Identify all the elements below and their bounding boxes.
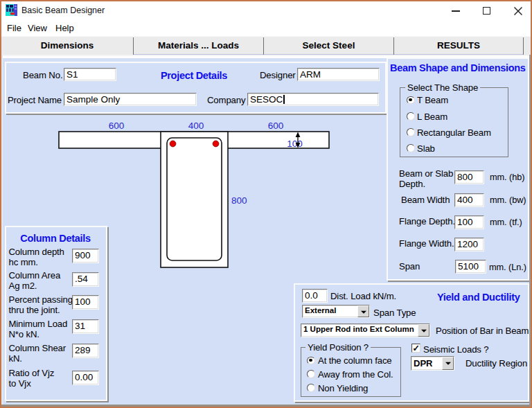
project-name-input[interactable]: Sample Only bbox=[64, 93, 197, 106]
column-area-input[interactable]: .54 bbox=[72, 272, 99, 287]
tab-dimensions[interactable]: Dimensions bbox=[1, 37, 133, 55]
seismic-loads-checkbox[interactable] bbox=[411, 344, 420, 353]
radio-at-column-face[interactable] bbox=[307, 357, 315, 365]
yield-ductility-title: Yield and Ductility bbox=[437, 292, 520, 303]
dropdown-arrow-icon[interactable] bbox=[357, 305, 369, 317]
tab-select-steel[interactable]: Select Steel bbox=[264, 37, 393, 55]
column-details-title: Column Details bbox=[8, 233, 103, 244]
ratio-vjz-input[interactable]: 0.00 bbox=[72, 371, 99, 385]
maximize-button[interactable] bbox=[475, 1, 502, 21]
span-type-label: Span Type bbox=[373, 308, 416, 318]
ratio-vjz-label: Ratio of Vjz to Vjx bbox=[9, 369, 63, 389]
designer-label: Designer bbox=[260, 70, 292, 80]
window-right-shadow bbox=[529, 55, 531, 407]
dim-label-flange-right: 600 bbox=[268, 121, 284, 131]
minimize-icon bbox=[452, 10, 460, 12]
radio-away-from-col-label[interactable]: Away from the Col. bbox=[318, 369, 393, 380]
beam-width-input[interactable]: 400 bbox=[454, 193, 484, 207]
radio-away-from-col[interactable] bbox=[307, 370, 315, 378]
rebar-dot-right bbox=[213, 141, 219, 147]
window-bottom-shadow bbox=[1, 405, 531, 407]
close-icon bbox=[513, 6, 523, 16]
beam-no-label: Beam No. bbox=[23, 70, 62, 80]
beam-depth-input[interactable]: 800 bbox=[454, 170, 484, 184]
radio-l-beam-label[interactable]: L Beam bbox=[417, 112, 447, 122]
dim-label-flange-left: 600 bbox=[109, 121, 125, 131]
radio-rectangular-beam-label[interactable]: Rectangular Beam bbox=[417, 127, 491, 138]
yield-position-group-label: Yield Position ? bbox=[305, 342, 371, 353]
dropdown-arrow-icon[interactable] bbox=[442, 357, 454, 370]
ductility-region-label: Ductility Region bbox=[466, 358, 527, 369]
dropdown-arrow-icon[interactable] bbox=[418, 324, 429, 337]
bar-position-select[interactable]: 1 Upper Rod into Ext Column bbox=[301, 323, 430, 337]
beam-shape-title: Beam Shape and Dimensions bbox=[390, 62, 526, 73]
span-unit: mm. (Ln.) bbox=[489, 262, 526, 272]
radio-non-yielding-label[interactable]: Non Yielding bbox=[318, 383, 368, 393]
radio-slab-label[interactable]: Slab bbox=[417, 143, 435, 154]
radio-slab[interactable] bbox=[407, 144, 415, 152]
beam-depth-label: Beam or Slab Depth. bbox=[399, 169, 454, 189]
text-caret bbox=[283, 95, 284, 104]
column-shear-label: Column Shear kN. bbox=[9, 344, 74, 364]
company-input[interactable]: SESOC bbox=[247, 93, 379, 106]
menu-view[interactable]: View bbox=[28, 23, 47, 33]
menu-bar: File View Help bbox=[1, 21, 531, 36]
beam-width-unit: mm. (bw) bbox=[490, 195, 526, 205]
project-name-label: Project Name bbox=[7, 95, 62, 105]
project-details-title: Project Details bbox=[145, 70, 242, 81]
dist-load-input[interactable]: 0.0 bbox=[302, 289, 328, 303]
radio-l-beam[interactable] bbox=[407, 112, 415, 121]
app-window: Basic Beam Designer File View Help Dimen… bbox=[0, 0, 532, 408]
ductility-region-select[interactable]: DPR bbox=[411, 356, 454, 371]
app-icon bbox=[6, 4, 17, 16]
dimensions-tab-page: Beam No. S1 Project Details Designer ARM… bbox=[1, 55, 531, 407]
tab-strip: Dimensions Materials ... Loads Select St… bbox=[1, 36, 531, 55]
column-depth-input[interactable]: 900 bbox=[72, 249, 99, 263]
dim-label-web-width: 400 bbox=[188, 121, 204, 131]
minimum-load-input[interactable]: 31 bbox=[72, 319, 99, 334]
dim-label-beam-depth: 800 bbox=[231, 195, 247, 206]
radio-rectangular-beam[interactable] bbox=[407, 128, 415, 136]
tab-separator bbox=[523, 37, 524, 55]
radio-t-beam[interactable] bbox=[407, 96, 415, 105]
percent-passing-label: Percent passing thru the joint. bbox=[9, 295, 76, 315]
span-input[interactable]: 5100 bbox=[455, 260, 486, 274]
select-shape-group-label: Select The Shape bbox=[405, 82, 480, 93]
span-type-select[interactable]: External bbox=[302, 305, 370, 318]
rebar-dot-left bbox=[170, 141, 176, 147]
flange-depth-input[interactable]: 100 bbox=[454, 215, 484, 229]
company-label: Company bbox=[207, 95, 245, 105]
flange-width-input[interactable]: 1200 bbox=[454, 238, 484, 251]
radio-at-column-face-label[interactable]: At the column face bbox=[318, 355, 392, 366]
beam-depth-unit: mm. (hb) bbox=[490, 172, 524, 182]
window-title: Basic Beam Designer bbox=[21, 6, 105, 15]
bar-position-label: Position of Bar in Beam bbox=[436, 326, 529, 336]
flange-depth-label: Flange Depth. bbox=[399, 217, 461, 227]
dist-load-label: Dist. Load kN/m. bbox=[330, 291, 396, 301]
maximize-icon bbox=[483, 7, 490, 15]
menu-help[interactable]: Help bbox=[55, 23, 74, 33]
menu-file[interactable]: File bbox=[7, 23, 21, 33]
radio-non-yielding[interactable] bbox=[307, 384, 315, 392]
minimum-load-label: Minimum Load N*o kN. bbox=[9, 319, 74, 339]
minimize-button[interactable] bbox=[440, 1, 468, 21]
tab-materials-loads[interactable]: Materials ... Loads bbox=[134, 37, 263, 55]
beam-no-input[interactable]: S1 bbox=[64, 68, 116, 81]
column-area-label: Column Area Ag m2. bbox=[9, 271, 64, 291]
span-label: Span bbox=[399, 262, 457, 272]
column-depth-label: Column depth hc mm. bbox=[9, 247, 74, 267]
column-shear-input[interactable]: 289 bbox=[72, 344, 99, 358]
radio-t-beam-label[interactable]: T Beam bbox=[417, 95, 448, 105]
tab-results[interactable]: RESULTS bbox=[394, 37, 523, 55]
page-left-bevel bbox=[1, 55, 3, 407]
dim-label-flange-depth: 100 bbox=[287, 139, 303, 149]
designer-input[interactable]: ARM bbox=[297, 68, 380, 81]
seismic-loads-label[interactable]: Seismic Loads ? bbox=[423, 344, 489, 355]
select-shape-groupbox bbox=[400, 87, 508, 157]
beam-web bbox=[161, 132, 228, 267]
flange-depth-unit: mm. (tf.) bbox=[490, 217, 522, 227]
percent-passing-input[interactable]: 100 bbox=[72, 295, 99, 310]
close-button[interactable] bbox=[506, 1, 532, 21]
flange-width-label: Flange Width. bbox=[399, 239, 461, 249]
beam-width-label: Beam Width bbox=[401, 195, 459, 206]
